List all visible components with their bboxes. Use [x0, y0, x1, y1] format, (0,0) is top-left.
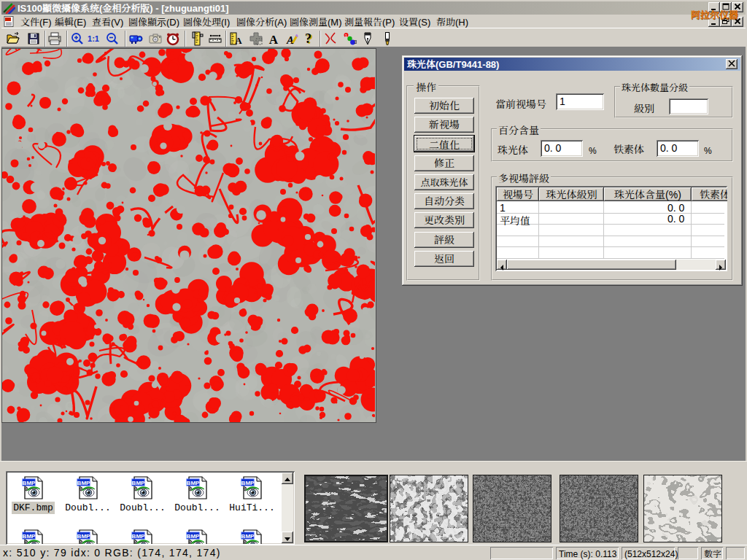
svg-text:A: A [269, 33, 279, 47]
svg-text:3: 3 [355, 38, 357, 45]
svg-text:A: A [235, 35, 242, 46]
svg-text:1:1: 1:1 [88, 34, 99, 43]
svg-text:?: ? [305, 31, 311, 46]
